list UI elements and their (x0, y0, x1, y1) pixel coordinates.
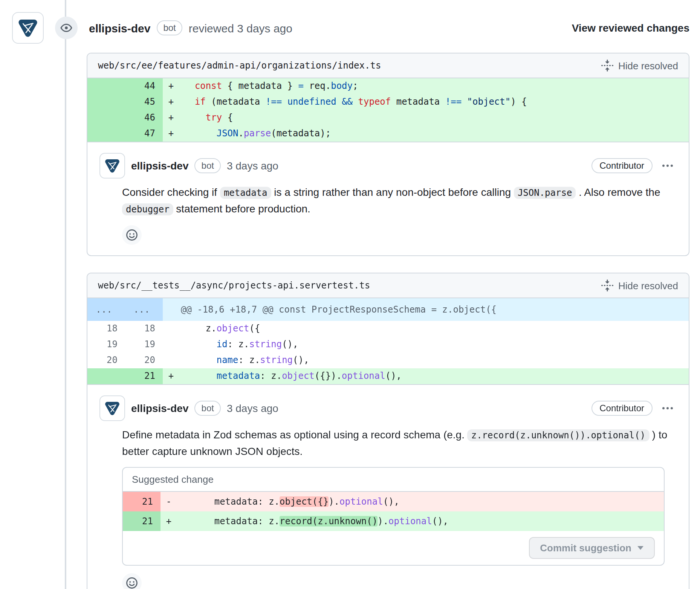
code-line: metadata: z.object({}).optional(), (177, 492, 664, 511)
diff-line: 44 + const { metadata } = req.body; (87, 78, 689, 94)
comment-timestamp-link[interactable]: 3 days ago (227, 402, 278, 414)
review-action-text: reviewed 3 days ago (189, 21, 292, 34)
review-comment-card-1: web/src/ee/features/admin-api/organizati… (87, 53, 689, 256)
diff-sign: + (163, 94, 179, 110)
hunk-header-text: @@ -18,6 +18,7 @@ const ProjectResponseS… (163, 298, 689, 321)
old-line-number (87, 94, 125, 110)
line-number: 21 (123, 511, 160, 531)
diff-line: 18 18 z.object({ (87, 321, 689, 337)
code-line: JSON.parse(metadata); (179, 126, 689, 142)
hide-resolved-label: Hide resolved (618, 60, 678, 71)
review-comment-card-2: web/src/__tests__/async/projects-api.ser… (87, 273, 689, 589)
diff-sign (163, 352, 179, 368)
diff-line: 21 + metadata: z.object({}).optional(), (87, 368, 689, 384)
diff-line: 20 20 name: z.string(), (87, 352, 689, 368)
review-event-text: ellipsis-dev bot reviewed 3 days ago (89, 20, 292, 35)
diff-sign: + (160, 511, 177, 531)
ellipsis-logo-icon (102, 156, 122, 175)
old-line-number: 19 (87, 337, 125, 352)
add-reaction-button[interactable] (122, 573, 142, 589)
review-event-header: ellipsis-dev bot reviewed 3 days ago Vie… (0, 0, 700, 44)
kebab-menu-icon (662, 160, 674, 172)
old-line-number (87, 126, 125, 142)
old-line-number (87, 368, 125, 384)
new-line-number: 21 (125, 368, 163, 384)
diff-line: 47 + JSON.parse(metadata); (87, 126, 689, 142)
diff-sign: + (163, 110, 179, 126)
line-number: 21 (123, 492, 160, 511)
new-line-number: 44 (125, 78, 163, 94)
hide-resolved-button[interactable]: Hide resolved (601, 278, 678, 293)
diff-sign: + (163, 78, 179, 94)
diff-line: 45 + if (metadata !== undefined && typeo… (87, 94, 689, 110)
old-line-number (87, 78, 125, 94)
fold-icon (601, 279, 613, 291)
code-line: z.object({ (179, 321, 689, 337)
comment-timestamp-link[interactable]: 3 days ago (227, 160, 278, 172)
old-line-number (87, 110, 125, 126)
code-line: try { (179, 110, 689, 126)
contributor-badge: Contributor (591, 158, 653, 173)
suggestion-addition-line: 21 + metadata: z.record(z.unknown()).opt… (123, 511, 664, 531)
comment-options-button[interactable] (659, 158, 677, 173)
bot-badge: bot (195, 158, 221, 173)
new-line-number: 20 (125, 352, 163, 368)
old-line-number: 18 (87, 321, 125, 337)
comment-header: ellipsis-dev bot 3 days ago Contributor (99, 395, 677, 421)
ellipsis-logo-icon (102, 398, 122, 418)
commit-suggestion-label: Commit suggestion (540, 542, 631, 554)
hide-resolved-button[interactable]: Hide resolved (601, 58, 678, 73)
code-line: metadata: z.record(z.unknown()).optional… (177, 511, 664, 531)
view-reviewed-changes-link[interactable]: View reviewed changes (572, 22, 689, 34)
diff-sign (163, 337, 179, 352)
ellipsis-logo-icon (15, 15, 41, 41)
bot-badge: bot (195, 401, 221, 416)
comment-avatar[interactable] (99, 395, 125, 421)
comment-avatar[interactable] (99, 153, 125, 179)
diff-sign: - (160, 492, 177, 511)
review-comment-2: ellipsis-dev bot 3 days ago Contributor … (87, 384, 689, 589)
old-line-number: 20 (87, 352, 125, 368)
code-line: id: z.string(), (179, 337, 689, 352)
file-header-2: web/src/__tests__/async/projects-api.ser… (87, 273, 689, 298)
new-line-number: 18 (125, 321, 163, 337)
bot-badge: bot (156, 20, 182, 35)
eye-icon (55, 17, 78, 39)
suggestion-footer: Commit suggestion (123, 531, 664, 565)
comment-body: Define metadata in Zod schemas as option… (122, 427, 677, 459)
reviewer-avatar[interactable] (12, 12, 44, 44)
code-line: if (metadata !== undefined && typeof met… (179, 94, 689, 110)
commit-suggestion-button[interactable]: Commit suggestion (529, 537, 655, 559)
add-reaction-button[interactable] (122, 225, 142, 245)
dropdown-caret-icon (637, 546, 643, 550)
new-line-number: 46 (125, 110, 163, 126)
comment-options-button[interactable] (659, 401, 677, 416)
diff-sign (163, 321, 179, 337)
reviewer-name-link[interactable]: ellipsis-dev (89, 21, 150, 34)
new-line-number: 47 (125, 126, 163, 142)
comment-author-link[interactable]: ellipsis-dev (131, 160, 189, 172)
comment-body: Consider checking if metadata is a strin… (122, 185, 677, 218)
diff-sign: + (163, 126, 179, 142)
kebab-menu-icon (662, 402, 674, 414)
file-path-link[interactable]: web/src/__tests__/async/projects-api.ser… (98, 280, 370, 291)
suggested-change-title: Suggested change (123, 468, 664, 492)
file-path-link[interactable]: web/src/ee/features/admin-api/organizati… (98, 60, 381, 71)
old-line-number: ... (87, 298, 125, 321)
diff-sign: + (163, 368, 179, 384)
comment-header: ellipsis-dev bot 3 days ago Contributor (99, 153, 677, 179)
diff-block-2: ... ... @@ -18,6 +18,7 @@ const ProjectR… (87, 298, 689, 384)
fold-icon (601, 60, 613, 72)
hide-resolved-label: Hide resolved (618, 280, 678, 291)
code-line: const { metadata } = req.body; (179, 78, 689, 94)
review-comment-1: ellipsis-dev bot 3 days ago Contributor … (87, 142, 689, 255)
code-line: metadata: z.object({}).optional(), (179, 368, 689, 384)
pr-review-thread: ellipsis-dev bot reviewed 3 days ago Vie… (0, 0, 700, 589)
contributor-badge: Contributor (591, 401, 653, 416)
file-header-1: web/src/ee/features/admin-api/organizati… (87, 53, 689, 78)
diff-line: 46 + try { (87, 110, 689, 126)
comment-author-link[interactable]: ellipsis-dev (131, 402, 189, 414)
diff-line: 19 19 id: z.string(), (87, 337, 689, 352)
new-line-number: 45 (125, 94, 163, 110)
new-line-number: 19 (125, 337, 163, 352)
